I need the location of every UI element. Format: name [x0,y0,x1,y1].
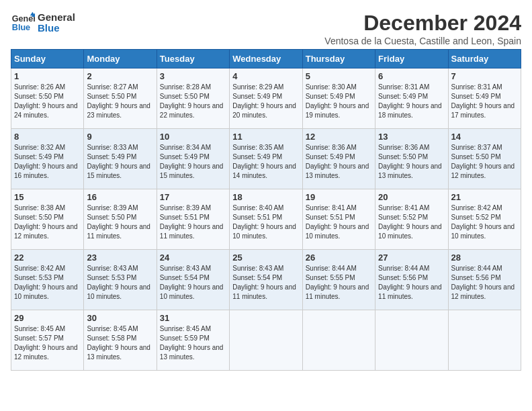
calendar-cell: 13Sunrise: 8:36 AMSunset: 5:50 PMDayligh… [375,129,448,189]
day-info: Sunrise: 8:40 AMSunset: 5:51 PMDaylight:… [232,203,299,241]
calendar-cell: 18Sunrise: 8:40 AMSunset: 5:51 PMDayligh… [230,189,302,250]
day-info: Sunrise: 8:43 AMSunset: 5:54 PMDaylight:… [160,264,226,302]
col-header-tuesday: Tuesday [157,50,229,68]
day-info: Sunrise: 8:44 AMSunset: 5:55 PMDaylight:… [306,264,372,302]
col-header-monday: Monday [84,50,157,68]
calendar-cell: 21Sunrise: 8:42 AMSunset: 5:52 PMDayligh… [448,189,521,250]
day-number: 24 [160,253,226,263]
col-header-thursday: Thursday [302,50,375,68]
day-info: Sunrise: 8:44 AMSunset: 5:56 PMDaylight:… [451,264,518,302]
day-number: 9 [87,132,153,142]
calendar-cell: 20Sunrise: 8:41 AMSunset: 5:52 PMDayligh… [375,189,448,250]
day-info: Sunrise: 8:38 AMSunset: 5:50 PMDaylight:… [14,203,81,241]
day-number: 4 [232,71,299,81]
day-number: 6 [378,71,445,81]
day-number: 26 [306,253,372,263]
calendar-cell: 28Sunrise: 8:44 AMSunset: 5:56 PMDayligh… [448,250,521,310]
day-number: 13 [378,132,445,142]
day-info: Sunrise: 8:37 AMSunset: 5:50 PMDaylight:… [451,143,518,181]
calendar-cell: 23Sunrise: 8:43 AMSunset: 5:53 PMDayligh… [84,250,157,310]
day-info: Sunrise: 8:29 AMSunset: 5:49 PMDaylight:… [232,83,299,120]
day-number: 2 [87,71,153,81]
calendar-cell: 25Sunrise: 8:43 AMSunset: 5:54 PMDayligh… [230,250,302,310]
col-header-sunday: Sunday [11,50,84,68]
day-number: 1 [14,71,81,81]
day-info: Sunrise: 8:42 AMSunset: 5:53 PMDaylight:… [14,264,81,302]
day-number: 16 [87,192,153,202]
day-info: Sunrise: 8:31 AMSunset: 5:49 PMDaylight:… [451,83,518,120]
calendar-cell: 7Sunrise: 8:31 AMSunset: 5:49 PMDaylight… [448,68,521,129]
day-info: Sunrise: 8:39 AMSunset: 5:51 PMDaylight:… [160,203,226,241]
calendar-cell: 11Sunrise: 8:35 AMSunset: 5:49 PMDayligh… [230,129,302,189]
day-number: 11 [232,132,299,142]
day-info: Sunrise: 8:44 AMSunset: 5:56 PMDaylight:… [378,264,445,302]
day-number: 31 [160,313,226,323]
title-area: December 2024 Ventosa de la Cuesta, Cast… [324,11,521,46]
calendar-cell: 10Sunrise: 8:34 AMSunset: 5:49 PMDayligh… [157,129,229,189]
calendar-cell: 29Sunrise: 8:45 AMSunset: 5:57 PMDayligh… [11,310,84,371]
calendar-cell: 9Sunrise: 8:33 AMSunset: 5:49 PMDaylight… [84,129,157,189]
day-number: 8 [14,132,81,142]
day-number: 12 [306,132,372,142]
calendar-cell: 4Sunrise: 8:29 AMSunset: 5:49 PMDaylight… [230,68,302,129]
logo: General Blue General Blue [11,11,75,35]
calendar-cell: 5Sunrise: 8:30 AMSunset: 5:49 PMDaylight… [302,68,375,129]
day-number: 17 [160,192,226,202]
day-number: 14 [451,132,518,142]
day-info: Sunrise: 8:30 AMSunset: 5:49 PMDaylight:… [306,83,372,120]
day-info: Sunrise: 8:34 AMSunset: 5:49 PMDaylight:… [160,143,226,181]
day-number: 23 [87,253,153,263]
calendar-cell: 16Sunrise: 8:39 AMSunset: 5:50 PMDayligh… [84,189,157,250]
calendar-cell [230,310,302,371]
day-number: 15 [14,192,81,202]
logo-line2: Blue [38,23,75,34]
day-number: 18 [232,192,299,202]
day-number: 27 [378,253,445,263]
calendar-cell: 6Sunrise: 8:31 AMSunset: 5:49 PMDaylight… [375,68,448,129]
month-title: December 2024 [324,11,521,36]
day-info: Sunrise: 8:45 AMSunset: 5:59 PMDaylight:… [160,324,226,362]
day-info: Sunrise: 8:45 AMSunset: 5:57 PMDaylight:… [14,324,81,362]
day-number: 29 [14,313,81,323]
calendar-cell: 8Sunrise: 8:32 AMSunset: 5:49 PMDaylight… [11,129,84,189]
calendar-week-row: 8Sunrise: 8:32 AMSunset: 5:49 PMDaylight… [11,129,521,189]
day-info: Sunrise: 8:35 AMSunset: 5:49 PMDaylight:… [232,143,299,181]
day-info: Sunrise: 8:31 AMSunset: 5:49 PMDaylight:… [378,83,445,120]
day-info: Sunrise: 8:33 AMSunset: 5:49 PMDaylight:… [87,143,153,181]
calendar-cell: 15Sunrise: 8:38 AMSunset: 5:50 PMDayligh… [11,189,84,250]
day-info: Sunrise: 8:28 AMSunset: 5:50 PMDaylight:… [160,83,226,120]
calendar-cell: 3Sunrise: 8:28 AMSunset: 5:50 PMDaylight… [157,68,229,129]
day-number: 21 [451,192,518,202]
day-info: Sunrise: 8:32 AMSunset: 5:49 PMDaylight:… [14,143,81,181]
day-info: Sunrise: 8:36 AMSunset: 5:49 PMDaylight:… [306,143,372,181]
day-number: 19 [306,192,372,202]
col-header-friday: Friday [375,50,448,68]
calendar-cell: 2Sunrise: 8:27 AMSunset: 5:50 PMDaylight… [84,68,157,129]
day-number: 5 [306,71,372,81]
calendar-cell: 12Sunrise: 8:36 AMSunset: 5:49 PMDayligh… [302,129,375,189]
calendar-cell [302,310,375,371]
day-number: 7 [451,71,518,81]
day-number: 20 [378,192,445,202]
page-header: General Blue General Blue December 2024 … [11,11,521,46]
day-info: Sunrise: 8:43 AMSunset: 5:53 PMDaylight:… [87,264,153,302]
day-info: Sunrise: 8:39 AMSunset: 5:50 PMDaylight:… [87,203,153,241]
day-info: Sunrise: 8:41 AMSunset: 5:51 PMDaylight:… [306,203,372,241]
col-header-saturday: Saturday [448,50,521,68]
calendar-table: SundayMondayTuesdayWednesdayThursdayFrid… [11,49,521,371]
day-number: 22 [14,253,81,263]
calendar-cell: 14Sunrise: 8:37 AMSunset: 5:50 PMDayligh… [448,129,521,189]
day-info: Sunrise: 8:36 AMSunset: 5:50 PMDaylight:… [378,143,445,181]
calendar-week-row: 1Sunrise: 8:26 AMSunset: 5:50 PMDaylight… [11,68,521,129]
calendar-cell: 24Sunrise: 8:43 AMSunset: 5:54 PMDayligh… [157,250,229,310]
col-header-wednesday: Wednesday [230,50,302,68]
calendar-cell: 1Sunrise: 8:26 AMSunset: 5:50 PMDaylight… [11,68,84,129]
calendar-cell: 31Sunrise: 8:45 AMSunset: 5:59 PMDayligh… [157,310,229,371]
calendar-week-row: 29Sunrise: 8:45 AMSunset: 5:57 PMDayligh… [11,310,521,371]
day-number: 28 [451,253,518,263]
day-number: 3 [160,71,226,81]
calendar-week-row: 22Sunrise: 8:42 AMSunset: 5:53 PMDayligh… [11,250,521,310]
svg-text:Blue: Blue [12,23,30,32]
day-info: Sunrise: 8:45 AMSunset: 5:58 PMDaylight:… [87,324,153,362]
calendar-cell: 19Sunrise: 8:41 AMSunset: 5:51 PMDayligh… [302,189,375,250]
